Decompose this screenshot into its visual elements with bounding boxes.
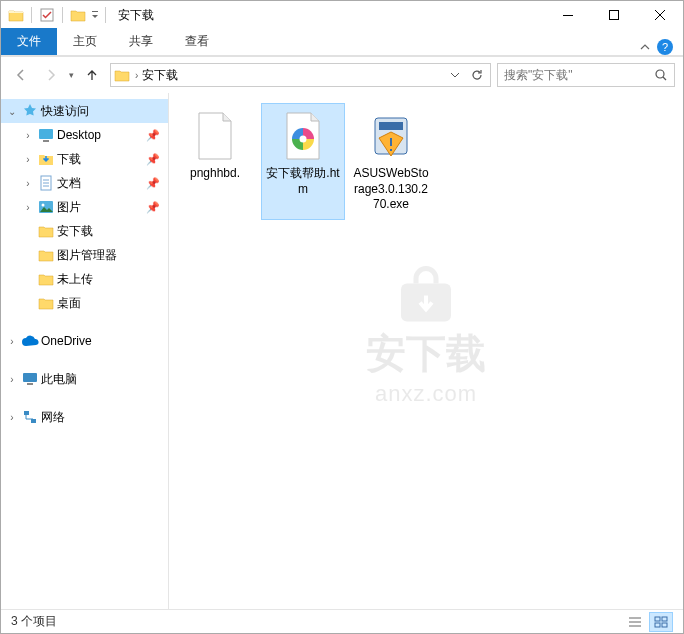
folder-icon [37,246,55,264]
searchbox[interactable] [497,63,675,87]
qat-dropdown-icon[interactable] [89,6,101,24]
svg-rect-22 [662,623,667,627]
up-button[interactable] [80,63,104,87]
file-item[interactable]: pnghhbd. [173,103,257,220]
file-item[interactable]: 安下载帮助.htm [261,103,345,220]
folder-icon [37,222,55,240]
sidebar-item-label: 网络 [41,409,168,426]
breadcrumb-item[interactable]: 安下载 [142,67,178,84]
chevron-right-icon[interactable]: › [5,336,19,347]
history-dropdown-icon[interactable]: ▾ [69,70,74,80]
network-icon [21,408,39,426]
minimize-button[interactable] [545,1,591,29]
statusbar: 3 个项目 [1,609,683,633]
sidebar-item-label: 图片 [57,199,144,216]
forward-button[interactable] [39,63,63,87]
svg-rect-20 [662,617,667,621]
chevron-right-icon[interactable]: › [5,412,19,423]
sidebar-onedrive[interactable]: › OneDrive [1,329,168,353]
svg-rect-12 [24,411,29,415]
pin-icon: 📌 [146,201,160,214]
folder-small-icon[interactable] [69,6,87,24]
tab-home[interactable]: 主页 [57,28,113,55]
status-item-count: 3 个项目 [11,613,57,630]
pin-icon: 📌 [146,177,160,190]
chevron-right-icon[interactable]: › [21,154,35,165]
help-icon[interactable]: ? [657,39,673,55]
sidebar-item-label: 此电脑 [41,371,168,388]
quick-access-toolbar [1,6,101,24]
svg-rect-18 [401,283,451,321]
back-button[interactable] [9,63,33,87]
file-label: 安下载帮助.htm [264,166,342,197]
svg-rect-6 [43,140,49,142]
pin-icon: 📌 [146,129,160,142]
address-dropdown-icon[interactable] [444,64,466,86]
sidebar-item-label: 桌面 [57,295,168,312]
divider [31,7,32,23]
ribbon-collapse-icon[interactable] [639,41,651,53]
tab-share[interactable]: 共享 [113,28,169,55]
breadcrumb-separator[interactable]: › [131,70,142,81]
chevron-right-icon[interactable]: › [21,130,35,141]
svg-rect-2 [563,15,573,16]
view-details-button[interactable] [623,612,647,632]
file-blank-icon [189,110,241,162]
divider [62,7,63,23]
sidebar-this-pc[interactable]: › 此电脑 [1,367,168,391]
file-label: ASUSWebStorage3.0.130.270.exe [352,166,430,213]
star-icon [21,102,39,120]
sidebar-item-pictures[interactable]: › 图片 📌 [1,195,168,219]
desktop-icon [37,126,55,144]
search-input[interactable] [504,68,654,82]
svg-rect-1 [92,11,98,12]
svg-rect-17 [379,122,403,130]
refresh-button[interactable] [466,64,488,86]
sidebar-item-label: 未上传 [57,271,168,288]
sidebar-item-folder[interactable]: 桌面 [1,291,168,315]
tab-file[interactable]: 文件 [1,28,57,55]
chevron-down-icon[interactable]: ⌄ [5,106,19,117]
sidebar-item-label: 安下载 [57,223,168,240]
window-title: 安下载 [118,7,154,24]
view-icons-button[interactable] [649,612,673,632]
sidebar-network[interactable]: › 网络 [1,405,168,429]
file-item[interactable]: ASUSWebStorage3.0.130.270.exe [349,103,433,220]
sidebar-item-folder[interactable]: 未上传 [1,267,168,291]
chevron-right-icon[interactable]: › [5,374,19,385]
sidebar-item-downloads[interactable]: › 下载 📌 [1,147,168,171]
svg-rect-13 [31,419,36,423]
sidebar-item-folder[interactable]: 图片管理器 [1,243,168,267]
file-htm-icon [277,110,329,162]
svg-rect-10 [23,373,37,382]
chevron-right-icon[interactable]: › [21,178,35,189]
sidebar-quick-access[interactable]: ⌄ 快速访问 [1,99,168,123]
sidebar-item-label: 图片管理器 [57,247,168,264]
chevron-right-icon[interactable]: › [21,202,35,213]
folder-icon [37,294,55,312]
folder-icon [37,270,55,288]
folder-icon[interactable] [7,6,25,24]
svg-point-9 [42,204,45,207]
pc-icon [21,370,39,388]
sidebar-item-desktop[interactable]: › Desktop 📌 [1,123,168,147]
svg-rect-3 [610,11,619,20]
tab-view[interactable]: 查看 [169,28,225,55]
search-icon[interactable] [654,68,668,82]
sidebar-item-label: 快速访问 [41,103,168,120]
pictures-icon [37,198,55,216]
sidebar-item-documents[interactable]: › 文档 📌 [1,171,168,195]
divider [105,7,106,23]
sidebar-item-folder[interactable]: 安下载 [1,219,168,243]
maximize-button[interactable] [591,1,637,29]
folder-icon [113,66,131,84]
ribbon-tabs: 文件 主页 共享 查看 ? [1,29,683,55]
file-list[interactable]: pnghhbd. 安下载帮助.htm [169,93,683,609]
svg-rect-19 [655,617,660,621]
file-label: pnghhbd. [190,166,240,182]
close-button[interactable] [637,1,683,29]
pin-icon: 📌 [146,153,160,166]
file-exe-icon [365,110,417,162]
check-icon[interactable] [38,6,56,24]
addressbar[interactable]: › 安下载 [110,63,491,87]
